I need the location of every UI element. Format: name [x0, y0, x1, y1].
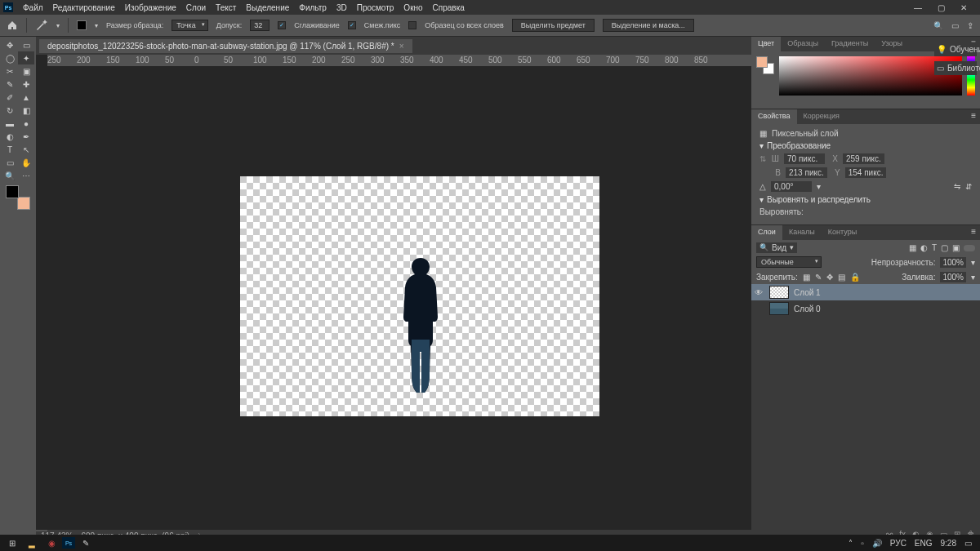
pen-tool[interactable]: ✒ — [18, 130, 34, 143]
menu-window[interactable]: Окно — [399, 3, 427, 12]
filter-smart-icon[interactable]: ▣ — [952, 243, 960, 252]
fill-swatch[interactable] — [77, 20, 87, 30]
y-field[interactable]: 154 пикс. — [845, 167, 887, 178]
menu-select[interactable]: Выделение — [241, 3, 294, 12]
x-field[interactable]: 259 пикс. — [843, 153, 884, 164]
frame-tool[interactable]: ▣ — [18, 64, 34, 78]
antialias-checkbox[interactable]: ✓ — [278, 21, 286, 29]
tab-properties[interactable]: Свойства — [751, 109, 797, 124]
healing-tool[interactable]: ✚ — [18, 78, 34, 91]
tray-network-icon[interactable]: ▫ — [861, 539, 864, 548]
tab-layers[interactable]: Слои — [751, 225, 782, 240]
tolerance-input[interactable]: 32 — [250, 20, 270, 31]
lock-all-icon[interactable]: 🔒 — [850, 273, 860, 282]
tray-expand-icon[interactable]: ˄ — [849, 539, 853, 548]
workspace-icon[interactable]: ▭ — [951, 21, 959, 30]
filter-toggle-icon[interactable] — [964, 245, 975, 251]
panel-menu-icon[interactable]: ≡ — [967, 109, 980, 124]
select-subject-button[interactable]: Выделить предмет — [512, 19, 595, 32]
marquee-tool[interactable]: ▭ — [18, 38, 34, 51]
eyedropper-tool[interactable]: ✎ — [2, 78, 18, 91]
lock-trans-icon[interactable]: ▦ — [803, 273, 810, 282]
width-field[interactable]: 70 пикс. — [784, 153, 825, 164]
task-app2-icon[interactable]: ✎ — [77, 535, 95, 550]
tab-color[interactable]: Цвет — [751, 37, 781, 51]
all-layers-checkbox[interactable] — [408, 21, 416, 29]
eraser-tool[interactable]: ◧ — [18, 104, 34, 117]
hand-tool[interactable]: ✋ — [18, 156, 34, 169]
edit-toolbar[interactable]: ⋯ — [18, 169, 34, 182]
layer-name[interactable]: Слой 0 — [794, 304, 821, 313]
shape-tool[interactable]: ▭ — [2, 156, 18, 169]
tray-notifications-icon[interactable]: ▭ — [964, 539, 972, 548]
layer-item[interactable]: 👁 Слой 1 — [751, 284, 980, 300]
flip-h-icon[interactable]: ⇋ — [954, 182, 960, 191]
lasso-tool[interactable]: ◯ — [2, 51, 18, 64]
task-photoshop-icon[interactable]: Ps — [62, 537, 75, 549]
type-tool[interactable]: T — [2, 143, 18, 156]
layer-thumbnail[interactable] — [769, 302, 789, 315]
lock-pos-icon[interactable]: ✥ — [826, 273, 833, 282]
menu-view[interactable]: Просмотр — [352, 3, 399, 12]
restore-icon[interactable]: ▢ — [934, 3, 947, 12]
tab-gradients[interactable]: Градиенты — [825, 37, 875, 51]
contiguous-checkbox[interactable]: ✓ — [348, 21, 356, 29]
gradient-tool[interactable]: ▬ — [2, 117, 18, 130]
layer-item[interactable]: Слой 0 — [751, 300, 980, 317]
panel-menu-icon[interactable]: ≡ — [967, 225, 980, 240]
filter-shape-icon[interactable]: ▢ — [941, 243, 948, 252]
sample-size-dropdown[interactable]: Точка — [172, 20, 207, 31]
menu-text[interactable]: Текст — [211, 3, 241, 12]
minimize-icon[interactable]: — — [911, 3, 924, 12]
menu-filter[interactable]: Фильтр — [294, 3, 332, 12]
color-foreback[interactable] — [756, 56, 774, 74]
document-tab[interactable]: depositphotos_120223256-stock-photo-man-… — [39, 39, 412, 53]
tab-patterns[interactable]: Узоры — [875, 37, 909, 51]
flip-v-icon[interactable]: ⇵ — [965, 182, 972, 191]
layer-name[interactable]: Слой 1 — [794, 288, 821, 297]
path-tool[interactable]: ↖ — [18, 143, 34, 156]
menu-layers[interactable]: Слои — [181, 3, 211, 12]
canvas-viewport[interactable] — [36, 66, 751, 530]
filter-adjust-icon[interactable]: ◐ — [920, 243, 928, 252]
stamp-tool[interactable]: ▲ — [18, 91, 34, 104]
brush-tool[interactable]: ✐ — [2, 91, 18, 104]
angle-field[interactable]: 0,00° — [771, 181, 812, 192]
move-tool[interactable]: ✥ — [2, 38, 18, 51]
start-button[interactable]: ⊞ — [3, 535, 21, 550]
close-icon[interactable]: ✕ — [957, 3, 970, 12]
canvas[interactable] — [240, 176, 599, 416]
zoom-tool[interactable]: 🔍 — [2, 169, 18, 182]
lock-nest-icon[interactable]: ▤ — [838, 273, 845, 282]
blur-tool[interactable]: ● — [18, 117, 34, 130]
align-section[interactable]: Выровнять и распределить — [767, 195, 871, 204]
filter-type-icon[interactable]: T — [932, 243, 937, 252]
menu-help[interactable]: Справка — [428, 3, 470, 12]
tray-time[interactable]: 9:28 — [941, 539, 956, 548]
visibility-icon[interactable]: 👁 — [755, 288, 764, 297]
lock-paint-icon[interactable]: ✎ — [815, 273, 822, 282]
share-icon[interactable]: ⇪ — [967, 21, 973, 30]
home-icon[interactable] — [7, 20, 18, 31]
search-icon[interactable]: 🔍 — [933, 21, 943, 30]
transform-section[interactable]: Преобразование — [767, 141, 831, 150]
menu-image[interactable]: Изображение — [120, 3, 181, 12]
menu-file[interactable]: Файл — [18, 3, 48, 12]
tab-adjustments[interactable]: Коррекция — [797, 109, 846, 124]
task-explorer-icon[interactable]: ▂ — [23, 535, 41, 550]
tab-channels[interactable]: Каналы — [782, 225, 822, 240]
menu-3d[interactable]: 3D — [332, 3, 352, 12]
fill-field[interactable]: 100% — [940, 272, 966, 282]
opacity-field[interactable]: 100% — [940, 257, 966, 268]
libraries-tab[interactable]: ▭Библиотеки — [934, 61, 977, 75]
magic-wand-tool[interactable]: ✦ — [18, 51, 34, 64]
height-field[interactable]: 213 пикс. — [786, 167, 827, 178]
task-app-icon[interactable]: ◉ — [42, 535, 60, 550]
magic-wand-tool-icon[interactable] — [35, 20, 48, 31]
tray-volume-icon[interactable]: 🔊 — [872, 539, 882, 548]
history-brush-tool[interactable]: ↻ — [2, 104, 18, 117]
tray-lang[interactable]: РУС — [890, 539, 906, 548]
filter-pixel-icon[interactable]: ▦ — [909, 243, 916, 252]
select-and-mask-button[interactable]: Выделение и маска... — [603, 19, 694, 32]
tab-paths[interactable]: Контуры — [822, 225, 863, 240]
